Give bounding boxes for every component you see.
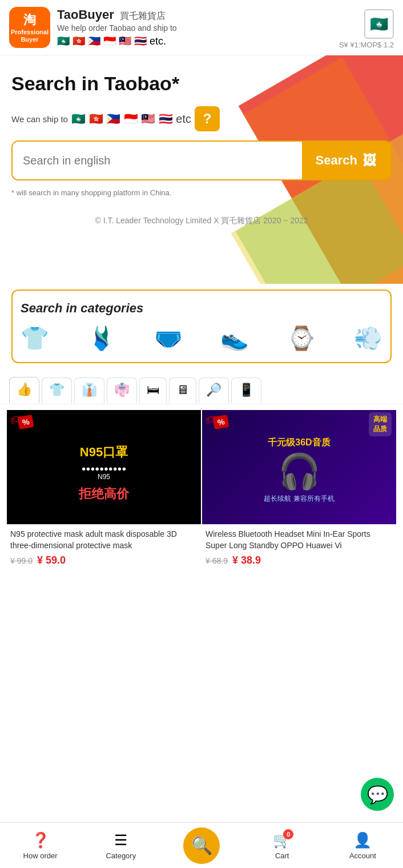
product-1-title-cn: N95口罩 — [80, 444, 128, 461]
product-card-1[interactable]: 🏷 % N95口罩 ●●●●●●●●●● N95 拒绝高价 N95 protec… — [7, 410, 201, 572]
product-2-pin: 高端 品质 — [369, 412, 392, 436]
tab-tshirt[interactable]: 👕 — [42, 377, 72, 403]
search-button[interactable]: Search 🖼 — [302, 142, 390, 179]
app-name: TaoBuyer 買乇雜貨店 — [57, 7, 394, 22]
exchange-rate: S¥ ¥1:MOP$ 1.2 — [339, 41, 394, 49]
header-subtitle: We help order Taobao and ship to — [57, 23, 394, 33]
category-skirt[interactable]: 🩱 — [87, 325, 116, 352]
search-input[interactable] — [13, 142, 302, 179]
category-underwear[interactable]: 🩲 — [154, 325, 183, 352]
categories-box: Search in categories 👕 🩱 🩲 👟 ⌚ 💨 — [11, 290, 392, 363]
hero-title: Search in Taobao* — [11, 73, 392, 95]
category-hairdryer[interactable]: 💨 — [354, 325, 382, 352]
logo-kanji: 淘 — [11, 11, 49, 29]
product-1-image: 🏷 % N95口罩 ●●●●●●●●●● N95 拒绝高价 — [7, 410, 201, 524]
product-2-price-old: ¥ 68.9 — [205, 556, 228, 565]
product-1-price-new: ¥ 59.0 — [37, 554, 66, 566]
header: 淘 ProfessionalBuyer TaoBuyer 買乇雜貨店 We he… — [0, 0, 403, 55]
product-1-subtitle-cn: 拒绝高价 — [79, 485, 129, 503]
tab-thumb[interactable]: 👍 — [9, 377, 39, 404]
product-2-title-cn: 千元级36D音质 — [268, 437, 330, 449]
category-watch[interactable]: ⌚ — [287, 325, 316, 352]
product-2-name: Wireless Bluetooth Headset Mini In-Ear S… — [202, 524, 396, 553]
ship-flags: 🇲🇴 🇭🇰 🇵🇭 🇮🇩 🇲🇾 🇹🇭 etc — [71, 112, 191, 126]
search-bar: Search 🖼 — [11, 140, 392, 180]
ship-row: We can ship to 🇲🇴 🇭🇰 🇵🇭 🇮🇩 🇲🇾 🇹🇭 etc ? — [11, 106, 392, 131]
copyright: © I.T. Leader Technology Limited X 買乇雜貨店… — [11, 214, 392, 227]
product-1-name: N95 protective mask adult mask disposabl… — [7, 524, 201, 553]
tabs-row: 👍 👕 👔 👘 🛏 🖥 🔎 📱 — [0, 372, 403, 404]
tab-phone[interactable]: 📱 — [231, 377, 261, 403]
flag-button[interactable]: 🇲🇴 — [364, 9, 394, 39]
product-1-masks: ●●●●●●●●●● — [82, 464, 127, 473]
question-button[interactable]: ? — [195, 106, 220, 131]
tab-search-mag[interactable]: 🔎 — [199, 377, 229, 403]
product-2-headset-icon: 🎧 — [278, 451, 321, 492]
tab-monitor[interactable]: 🖥 — [169, 377, 196, 403]
hero-section: Search in Taobao* We can ship to 🇲🇴 🇭🇰 🇵… — [0, 55, 403, 284]
product-card-2[interactable]: 🏷 % 高端 品质 千元级36D音质 🎧 超长续航 兼容所有手机 Wireles… — [202, 410, 396, 572]
categories-title: Search in categories — [21, 301, 382, 316]
tab-dress[interactable]: 👘 — [107, 377, 137, 403]
search-note: * will search in many shopping platform … — [11, 188, 392, 197]
category-shirt[interactable]: 👕 — [21, 325, 49, 352]
product-2-price-new: ¥ 38.9 — [232, 554, 261, 566]
product-2-price-row: ¥ 68.9 ¥ 38.9 — [202, 553, 396, 572]
tab-shirt[interactable]: 👔 — [74, 377, 104, 403]
product-1-price-row: ¥ 99.0 ¥ 59.0 — [7, 553, 201, 572]
product-2-image: 🏷 % 高端 品质 千元级36D音质 🎧 超长续航 兼容所有手机 — [202, 410, 396, 524]
discount-badge-2: % — [212, 415, 229, 429]
image-search-icon: 🖼 — [363, 152, 377, 168]
category-shoes[interactable]: 👟 — [220, 325, 249, 352]
app-logo: 淘 ProfessionalBuyer — [9, 7, 50, 48]
categories-icons: 👕 🩱 🩲 👟 ⌚ 💨 — [21, 325, 382, 352]
product-1-price-old: ¥ 99.0 — [10, 556, 33, 565]
tab-bed[interactable]: 🛏 — [139, 377, 167, 403]
discount-tag-icon-1: 🏷 — [10, 413, 22, 427]
product-2-features: 超长续航 兼容所有手机 — [264, 494, 334, 504]
product-grid: 🏷 % N95口罩 ●●●●●●●●●● N95 拒绝高价 N95 protec… — [0, 404, 403, 578]
logo-sub: ProfessionalBuyer — [11, 29, 49, 43]
